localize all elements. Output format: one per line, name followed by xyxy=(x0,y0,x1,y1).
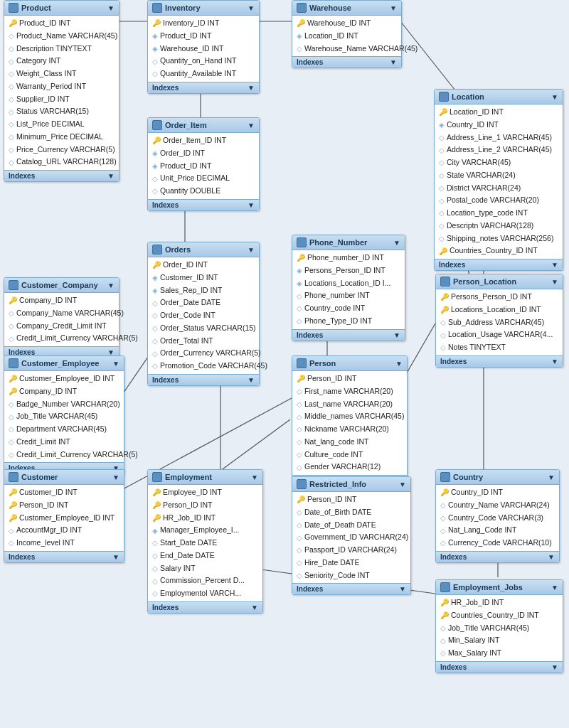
table-person-location-title: Person_Location xyxy=(453,277,516,286)
table-person: Person ▼ 🔑Person_ID INT ◇First_name VARC… xyxy=(292,355,408,487)
field-row: ◇Max_Salary INT xyxy=(436,647,563,660)
table-restricted-info-title: Restricted_Info xyxy=(309,480,366,488)
table-employment-header: Employment ▼ xyxy=(148,470,262,485)
table-order-item: Order_Item ▼ 🔑Order_Item_ID INT ◈Order_I… xyxy=(147,117,260,211)
table-customer-title: Customer xyxy=(21,473,58,481)
field-row: ◇List_Price DECIMAL xyxy=(4,118,119,131)
field-row: 🔑HR_Job_ID INT xyxy=(436,596,563,609)
field-row: ◇Quantity_on_Hand INT xyxy=(148,55,259,68)
table-product-header: Product ▼ xyxy=(4,1,119,16)
field-row: ◇Order_Currency VARCHAR(5) xyxy=(148,347,259,360)
rel-icon: ◇ xyxy=(9,94,14,105)
field-row: ◇Catalog_URL VARCHAR(128) xyxy=(4,156,119,168)
field-row: 🔑HR_Job_ID INT xyxy=(148,512,262,525)
field-row: ◇Commission_Percent D... xyxy=(148,574,262,587)
table-customer: Customer ▼ 🔑Customer_ID INT 🔑Person_ID I… xyxy=(4,469,124,563)
table-customer-employee-title: Customer_Employee xyxy=(21,359,99,368)
field-row: ◇Product_Name VARCHAR(45) xyxy=(4,30,119,43)
field-row: 🔑Employee_ID INT xyxy=(148,486,262,499)
field-row: 🔑Inventory_ID INT xyxy=(148,17,259,30)
rel-icon: ◇ xyxy=(9,119,14,129)
table-restricted-info-body: 🔑Person_ID INT ◇Date_of_Birth DATE ◇Date… xyxy=(292,492,410,583)
field-row: ◇Status VARCHAR(15) xyxy=(4,105,119,118)
table-orders-footer: Indexes ▼ xyxy=(148,374,259,385)
field-row: ◇Company_Name VARCHAR(45) xyxy=(4,307,119,320)
field-row: ◈Locations_Location_ID I... xyxy=(292,277,405,290)
field-row: ◇Location_Usage VARCHAR(4... xyxy=(436,328,563,341)
field-row: ◈Product_ID INT xyxy=(148,160,259,173)
field-row: ◈Customer_ID INT xyxy=(148,272,259,284)
table-employment-jobs-footer: Indexes ▼ xyxy=(436,661,563,673)
field-row: ◇Nat_Lang_Code INT xyxy=(436,524,559,537)
table-icon xyxy=(297,3,307,13)
table-location-header: Location ▼ xyxy=(435,90,563,105)
field-row: ◇Credit_Limit INT xyxy=(4,436,124,449)
table-location-footer: Indexes ▼ xyxy=(435,259,563,270)
table-country-footer: Indexes ▼ xyxy=(436,551,559,562)
field-row: 🔑Customer_Employee_ID INT xyxy=(4,373,124,385)
field-row: ◇Culture_code INT xyxy=(292,449,407,461)
field-row: ◇Passport_ID VARCHAR(24) xyxy=(292,544,410,557)
table-warehouse-footer: Indexes ▼ xyxy=(292,56,401,68)
table-inventory-footer: Indexes ▼ xyxy=(148,82,259,93)
field-row: ◇Country_Name VARCHAR(24) xyxy=(436,499,559,512)
field-row: 🔑Customer_Employee_ID INT xyxy=(4,512,124,525)
table-icon xyxy=(297,479,307,489)
table-customer-header: Customer ▼ xyxy=(4,470,124,485)
table-customer-company: Customer_Company ▼ 🔑Company_ID INT ◇Comp… xyxy=(4,277,119,358)
field-row: 🔑Order_ID INT xyxy=(148,259,259,272)
field-row: ◇Minimum_Price DECIMAL xyxy=(4,131,119,144)
field-row: ◇Date_of_Birth DATE xyxy=(292,506,410,519)
table-customer-company-title: Customer_Company xyxy=(21,281,98,289)
field-row: ◇Seniority_Code INT xyxy=(292,569,410,582)
table-inventory-header: Inventory ▼ xyxy=(148,1,259,16)
table-country: Country ▼ 🔑Country_ID INT ◇Country_Name … xyxy=(435,469,560,563)
field-row: ◇Department VARCHAR(45) xyxy=(4,423,124,436)
field-row: ◇Unit_Price DECIMAL xyxy=(148,172,259,185)
field-row: ◇Quantity DOUBLE xyxy=(148,185,259,198)
rel-icon: ◇ xyxy=(9,144,14,155)
rel-icon: ◇ xyxy=(9,81,14,92)
field-row: 🔑Persons_Person_ID INT xyxy=(436,291,563,304)
field-row: ◈Location_ID INT xyxy=(292,30,401,43)
field-row: ◇Income_level INT xyxy=(4,537,124,550)
field-row: ◇Order_Total INT xyxy=(148,335,259,348)
table-orders-title: Orders xyxy=(165,245,191,254)
table-customer-company-header: Customer_Company ▼ xyxy=(4,278,119,293)
field-row: ◇Badge_Number VARCHAR(20) xyxy=(4,398,124,411)
field-row: ◇Price_Currency VARCHAR(5) xyxy=(4,144,119,156)
field-row: ◇Shipping_notes VARCHAR(256) xyxy=(435,232,563,245)
field-row: ◇Descriptn VARCHAR(128) xyxy=(435,220,563,232)
field-row: 🔑Person_ID INT xyxy=(148,499,262,512)
table-product-footer: Indexes ▼ xyxy=(4,170,119,181)
rel-icon: ◇ xyxy=(9,132,14,142)
table-phone-number-body: 🔑Phone_number_ID INT ◈Persons_Person_ID … xyxy=(292,250,405,329)
field-row: ◇Order_Date DATE xyxy=(148,296,259,309)
table-person-location-body: 🔑Persons_Person_ID INT 🔑Locations_Locati… xyxy=(436,289,563,355)
field-row: ◇End_Date DATE xyxy=(148,550,262,562)
table-phone-number-footer: Indexes ▼ xyxy=(292,329,405,341)
table-customer-employee-body: 🔑Customer_Employee_ID INT 🔑Company_ID IN… xyxy=(4,371,124,462)
table-icon xyxy=(9,472,18,482)
table-employment-jobs-title: Employment_Jobs xyxy=(453,583,523,592)
field-row: ◇Promotion_Code VARCHAR(45) xyxy=(148,360,259,373)
field-row: 🔑Countries_Country_ID INT xyxy=(436,609,563,622)
field-row: ◇Start_Date DATE xyxy=(148,537,262,550)
rel-icon: ◇ xyxy=(9,157,14,168)
field-row: 🔑Company_ID INT xyxy=(4,385,124,398)
field-row: 🔑Company_ID INT xyxy=(4,294,119,307)
rel-icon: ◇ xyxy=(9,68,14,79)
field-row: ◇Date_of_Death DATE xyxy=(292,519,410,532)
field-row: 🔑Country_ID INT xyxy=(436,486,559,499)
table-product-title: Product xyxy=(21,4,51,12)
table-employment-title: Employment xyxy=(165,473,212,481)
field-row: 🔑Countries_Country_ID INT xyxy=(435,245,563,257)
rel-icon: ◇ xyxy=(9,31,14,41)
table-icon xyxy=(440,472,450,482)
field-row: ◇Description TINYTEXT xyxy=(4,43,119,55)
field-row: 🔑Locations_Location_ID INT xyxy=(436,304,563,316)
field-row: 🔑Order_Item_ID INT xyxy=(148,134,259,147)
table-employment-footer: Indexes ▼ xyxy=(148,601,262,613)
table-inventory-body: 🔑Inventory_ID INT ◈Product_ID INT ◈Wareh… xyxy=(148,16,259,82)
table-product-arrow[interactable]: ▼ xyxy=(107,4,115,12)
